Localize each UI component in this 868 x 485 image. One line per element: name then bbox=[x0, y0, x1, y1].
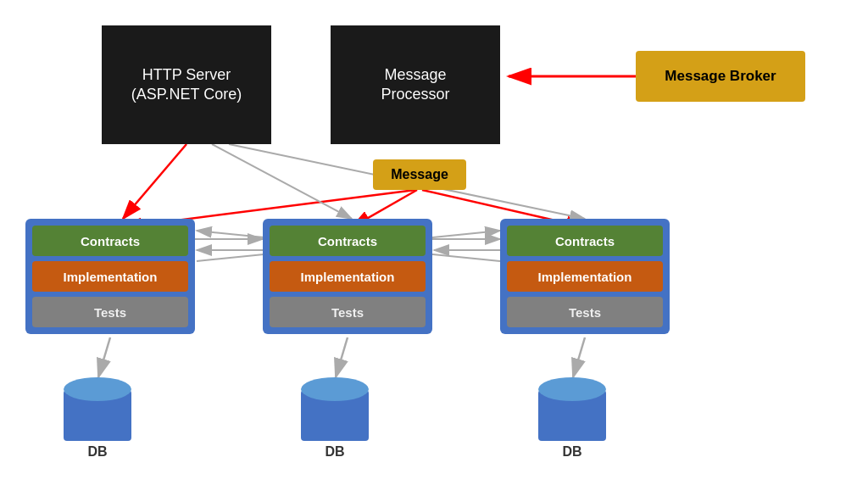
service-box-1: Contracts Implementation Tests bbox=[25, 219, 195, 334]
db-container-3: DB bbox=[538, 377, 606, 460]
message-broker-label: Message Broker bbox=[665, 68, 776, 85]
db-container-2: DB bbox=[301, 377, 369, 460]
message-label-text: Message bbox=[391, 167, 448, 182]
message-processor-label: MessageProcessor bbox=[381, 65, 449, 105]
contracts-layer-3: Contracts bbox=[507, 226, 663, 256]
http-server-label: HTTP Server(ASP.NET Core) bbox=[131, 65, 242, 105]
http-server-box: HTTP Server(ASP.NET Core) bbox=[102, 25, 271, 144]
contracts-layer-2: Contracts bbox=[270, 226, 426, 256]
tests-layer-3: Tests bbox=[507, 297, 663, 327]
db-top-2 bbox=[301, 377, 369, 401]
message-broker-box: Message Broker bbox=[636, 51, 805, 102]
db-container-1: DB bbox=[64, 377, 131, 460]
svg-line-6 bbox=[123, 144, 186, 219]
svg-line-15 bbox=[98, 337, 110, 377]
tests-layer-2: Tests bbox=[270, 297, 426, 327]
implementation-layer-3: Implementation bbox=[507, 261, 663, 292]
db-label-2: DB bbox=[325, 444, 344, 460]
service-box-2: Contracts Implementation Tests bbox=[263, 219, 432, 334]
db-top-1 bbox=[64, 377, 131, 401]
message-label-box: Message bbox=[373, 159, 466, 190]
db-label-1: DB bbox=[87, 444, 107, 460]
db-top-3 bbox=[538, 377, 606, 401]
tests-layer-1: Tests bbox=[32, 297, 188, 327]
implementation-layer-1: Implementation bbox=[32, 261, 188, 292]
db-cylinder-3 bbox=[538, 377, 606, 441]
db-cylinder-1 bbox=[64, 377, 131, 441]
service-box-3: Contracts Implementation Tests bbox=[500, 219, 670, 334]
implementation-layer-2: Implementation bbox=[270, 261, 426, 292]
architecture-diagram: HTTP Server(ASP.NET Core) MessageProcess… bbox=[0, 0, 868, 485]
svg-line-13 bbox=[212, 144, 352, 219]
svg-line-16 bbox=[336, 337, 348, 377]
db-label-3: DB bbox=[562, 444, 581, 460]
message-processor-box: MessageProcessor bbox=[331, 25, 500, 144]
db-cylinder-2 bbox=[301, 377, 369, 441]
svg-line-17 bbox=[573, 337, 585, 377]
contracts-layer-1: Contracts bbox=[32, 226, 188, 256]
